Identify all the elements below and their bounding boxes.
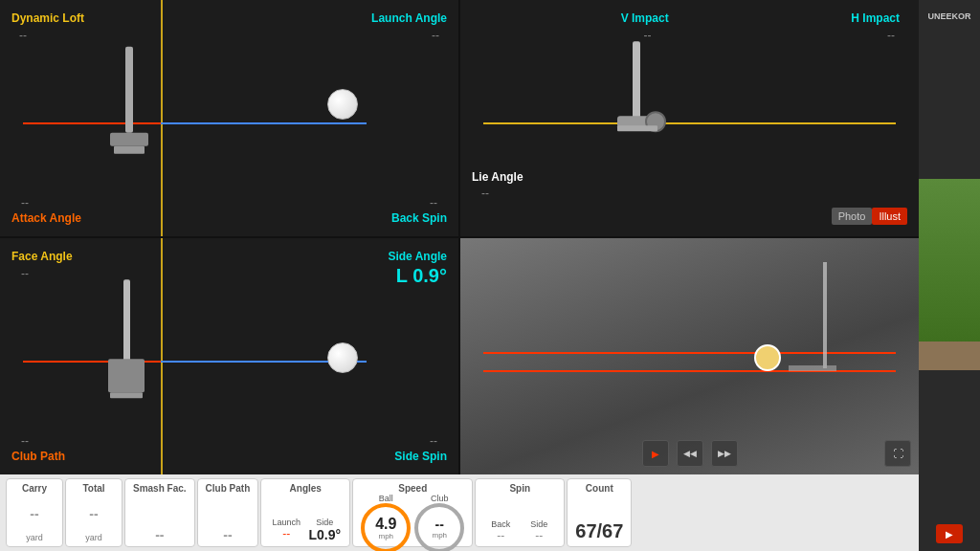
photo-illust-toggle: Photo Illust <box>832 208 907 225</box>
label-v-impact: V Impact <box>621 11 669 25</box>
club-path-label: Club Path <box>206 483 251 494</box>
side-spin-label: Side <box>530 519 547 529</box>
spin-label: Spin <box>509 483 530 494</box>
svg-rect-8 <box>108 359 145 392</box>
stat-count: Count 67/67 <box>567 478 632 547</box>
prev-button[interactable]: ◀◀ <box>677 440 703 467</box>
label-side-spin: Side Spin <box>394 450 447 463</box>
angles-sub: Launch -- Side L0.9° <box>269 518 342 542</box>
label-lie-angle: Lie Angle <box>472 170 523 184</box>
side-spin-value: -- <box>535 529 543 542</box>
shaft-in-camera <box>823 262 827 368</box>
smash-fac-value: -- <box>155 527 164 542</box>
btn-illust[interactable]: Illust <box>872 208 907 225</box>
stats-bar: Carry -- yard Total -- yard Smash Fac. -… <box>0 474 919 551</box>
stat-club-path: Club Path -- <box>197 478 259 547</box>
club-speed-value: -- <box>435 518 444 531</box>
ball-graphic-tl <box>327 89 358 120</box>
cell-top-left: Dynamic Loft Launch Angle -- -- Attack A… <box>0 0 458 236</box>
val-launch-angle: -- <box>432 29 439 42</box>
cell-top-right: V Impact H Impact -- -- Lie Angle -- Pho… <box>460 0 919 236</box>
ball-speed-gauge: 4.9 mph <box>361 503 411 551</box>
label-dynamic-loft: Dynamic Loft <box>11 11 84 25</box>
val-h-impact: -- <box>887 29 895 42</box>
label-h-impact: H Impact <box>851 11 900 25</box>
club-speed-gauge: -- mph <box>414 503 464 551</box>
svg-rect-0 <box>125 46 133 132</box>
svg-rect-6 <box>617 125 657 131</box>
ball-graphic-bl <box>327 342 358 373</box>
val-face-angle: -- <box>21 267 29 280</box>
svg-rect-9 <box>110 392 143 398</box>
ball-speed-unit: mph <box>378 532 393 540</box>
svg-rect-2 <box>114 145 145 153</box>
club-speed-unit: mph <box>432 531 447 540</box>
ball-speed-sub: Ball 4.9 mph <box>361 494 411 551</box>
side-sub-label: Side <box>316 518 333 527</box>
next-button[interactable]: ▶▶ <box>711 440 738 467</box>
back-spin-label: Back <box>491 519 510 529</box>
val-side-angle-big: L 0.9° <box>396 265 447 287</box>
head-in-camera <box>789 365 836 371</box>
putter-graphic-tl <box>100 24 158 213</box>
val-side-spin: -- <box>430 434 437 448</box>
label-launch-angle: Launch Angle <box>371 11 447 25</box>
cell-bottom-right: ▶ ◀◀ ▶▶ ⛶ <box>460 238 919 474</box>
launch-sub-value: -- <box>282 527 290 540</box>
stat-angles: Angles Launch -- Side L0.9° <box>260 478 350 547</box>
side-panel: UNEEKOR ▶ <box>919 0 980 551</box>
smash-fac-label: Smash Fac. <box>133 483 187 494</box>
play-button[interactable]: ▶ <box>642 440 669 467</box>
launch-sub-label: Launch <box>273 518 301 527</box>
stat-total: Total -- yard <box>65 478 122 547</box>
label-attack-angle: Attack Angle <box>11 211 81 225</box>
val-dynamic-loft: -- <box>19 29 27 42</box>
val-club-path: -- <box>21 434 29 448</box>
side-spin-sub: Side -- <box>522 519 556 542</box>
val-v-impact: -- <box>644 29 652 42</box>
carry-label: Carry <box>22 483 47 494</box>
course-preview <box>919 179 980 370</box>
label-back-spin: Back Spin <box>391 211 447 225</box>
stat-smash-fac: Smash Fac. -- <box>124 478 195 547</box>
label-club-path: Club Path <box>11 450 65 463</box>
club-speed-label: Club <box>431 494 449 503</box>
label-side-angle: Side Angle <box>388 250 447 263</box>
count-label: Count <box>586 483 613 494</box>
label-face-angle: Face Angle <box>11 250 73 263</box>
side-sub: Side L0.9° <box>307 518 342 542</box>
back-spin-sub: Back -- <box>483 519 518 542</box>
svg-rect-1 <box>110 132 148 145</box>
speed-sub: Ball 4.9 mph Club -- mph <box>361 494 464 551</box>
val-lie-angle: -- <box>481 187 489 200</box>
val-attack-angle: -- <box>21 196 29 209</box>
carry-unit: yard <box>26 533 43 542</box>
val-back-spin: -- <box>430 196 437 209</box>
expand-button[interactable]: ⛶ <box>884 440 911 467</box>
ball-speed-label: Ball <box>379 494 393 503</box>
side-sub-value: L0.9° <box>308 527 341 542</box>
putter-graphic-bl <box>100 250 153 462</box>
ball-speed-value: 4.9 <box>375 517 396 532</box>
launch-sub: Launch -- <box>269 518 303 542</box>
btn-photo[interactable]: Photo <box>832 208 873 225</box>
username: UNEEKOR <box>924 8 974 25</box>
stat-spin: Spin Back -- Side -- <box>475 478 565 547</box>
spin-sub: Back -- Side -- <box>483 519 556 542</box>
putter-graphic-tr <box>598 11 675 224</box>
cell-bottom-left: Face Angle Side Angle -- L 0.9° Club Pat… <box>0 238 458 474</box>
total-label: Total <box>82 483 104 494</box>
total-unit: yard <box>85 533 102 542</box>
carry-value: -- <box>30 506 38 521</box>
club-path-value: -- <box>223 527 232 542</box>
total-value: -- <box>89 506 98 521</box>
club-speed-sub: Club -- mph <box>414 494 464 551</box>
camera-controls: ▶ ◀◀ ▶▶ <box>642 440 738 467</box>
svg-rect-7 <box>123 279 130 361</box>
stat-speed: Speed Ball 4.9 mph Club -- mph <box>352 478 473 547</box>
angles-label: Angles <box>290 483 322 494</box>
speed-label: Speed <box>398 483 427 494</box>
camera-view <box>460 238 919 474</box>
count-value: 67/67 <box>575 520 623 542</box>
record-button[interactable]: ▶ <box>936 524 963 543</box>
